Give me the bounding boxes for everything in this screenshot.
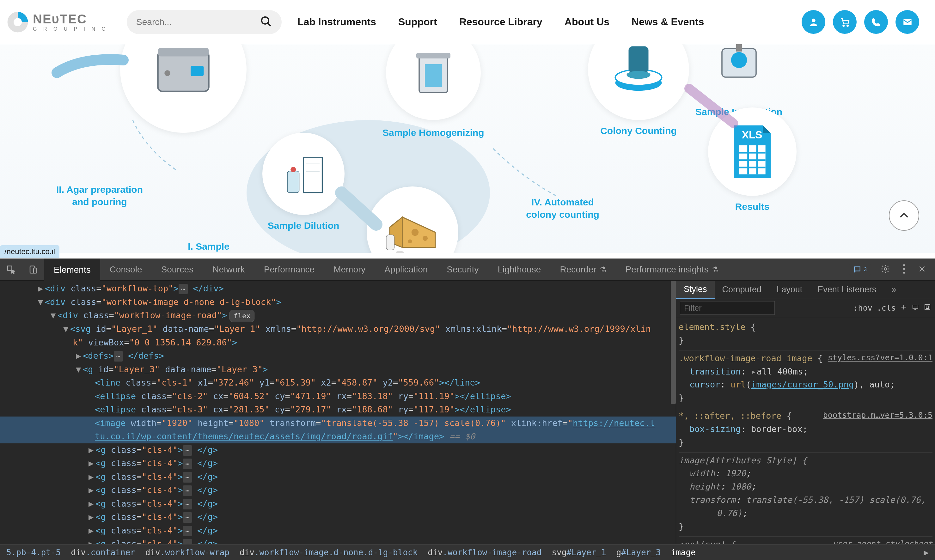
email-button[interactable] [895,10,919,34]
svg-point-43 [903,264,905,266]
more-button[interactable] [900,262,908,277]
box-icon [924,303,931,311]
tab-network[interactable]: Network [203,258,254,281]
tab-recorder[interactable]: Recorder ⚗ [550,258,616,281]
devtools-body: ▶<div class="workflow-top">⋯ </div> ▼<di… [0,281,935,544]
crumb-scroll-right[interactable]: ▶ [924,548,929,557]
side-tab-event-listeners[interactable]: Event Listeners [810,281,884,299]
new-rule-button[interactable] [900,303,907,312]
svg-point-5 [843,25,844,26]
mail-icon [902,17,913,28]
device-icon [28,265,38,274]
crumb[interactable]: div.container [71,548,135,557]
search-wrap [127,10,281,34]
svg-point-42 [884,268,887,270]
status-url-tooltip: /neutec.ltu.co.il [0,245,59,258]
inspect-element-button[interactable] [0,265,22,274]
source-link[interactable]: styles.css?ver=1.0.0:1 [828,352,932,364]
tab-application[interactable]: Application [375,258,437,281]
styles-tabs: Styles Computed Layout Event Listeners » [676,281,935,299]
settings-button[interactable] [878,262,893,277]
flask-icon: ⚗ [600,265,607,274]
gear-icon [881,264,890,274]
selected-dom-node[interactable]: <image width="1920" height="1080" transf… [0,417,676,430]
issues-badge[interactable]: 3 [849,263,870,275]
crumb[interactable]: 5.pb-4.pt-5 [6,548,61,557]
ua-stylesheet-label: user agent stylesheet [833,538,932,544]
source-link[interactable]: bootstrap.m…ver=5.3.0:5 [823,409,932,422]
inspect-icon [6,265,16,274]
close-icon [918,265,926,273]
logo-name: NEυTEC [33,12,108,25]
cart-icon [840,17,850,28]
device-button[interactable] [912,303,919,313]
svg-rect-53 [926,306,929,308]
workflow-diagram: II. Agar preparation and pouring I. Samp… [0,44,935,253]
tab-elements[interactable]: Elements [44,258,100,281]
crumb[interactable]: div.workflow-image-road [428,548,541,557]
hov-toggle[interactable]: :hov [853,303,872,312]
device-toggle-button[interactable] [22,265,44,274]
crumb[interactable]: div.workflow-image.d-none.d-lg-block [240,548,418,557]
computed-icon [912,303,919,311]
connectors [0,44,935,253]
svg-point-2 [262,17,269,24]
cart-button[interactable] [833,10,857,34]
tab-security[interactable]: Security [437,258,488,281]
flex-badge[interactable]: flex [229,310,254,322]
cls-toggle[interactable]: .cls [877,303,896,312]
main-nav: Lab Instruments Support Resource Library… [297,16,704,28]
flask-icon: ⚗ [712,265,719,274]
styles-filter-row: :hov .cls [676,299,935,317]
tab-sources[interactable]: Sources [151,258,203,281]
side-tab-styles[interactable]: Styles [676,281,715,299]
plus-icon [900,304,907,311]
scroll-top-button[interactable] [889,200,919,231]
search-icon [260,15,272,28]
phone-icon [871,17,881,27]
breadcrumb[interactable]: 5.pb-4.pt-5 div.container div.workflow-w… [0,544,935,560]
nav-support[interactable]: Support [398,16,437,28]
svg-point-45 [903,272,905,274]
kebab-icon [903,264,905,274]
box-button[interactable] [924,303,931,313]
styles-rules[interactable]: element.style { } styles.css?ver=1.0.0:1… [676,317,935,544]
svg-rect-50 [913,305,918,309]
search-input[interactable] [136,17,260,27]
tab-performance[interactable]: Performance [254,258,324,281]
svg-rect-41 [34,268,37,273]
side-tab-more[interactable]: » [884,281,904,299]
nav-about-us[interactable]: About Us [564,16,609,28]
search-button[interactable] [260,15,272,28]
side-tab-computed[interactable]: Computed [715,281,769,299]
logo-sub: G R O U P I N C [33,26,108,32]
site-header: NEυTEC G R O U P I N C Lab Instruments S… [0,0,935,44]
svg-point-1 [14,18,22,26]
tab-console[interactable]: Console [100,258,152,281]
phone-button[interactable] [864,10,888,34]
styles-filter-input[interactable] [680,301,775,315]
chat-icon [853,265,861,274]
tab-lighthouse[interactable]: Lighthouse [488,258,550,281]
user-icon [808,17,819,28]
crumb[interactable]: svg#Layer_1 [552,548,606,557]
nav-resource-library[interactable]: Resource Library [459,16,543,28]
elements-panel[interactable]: ▶<div class="workflow-top">⋯ </div> ▼<di… [0,281,676,544]
elements-scrollbar[interactable] [671,281,676,404]
close-devtools-button[interactable] [915,262,929,277]
account-button[interactable] [801,10,825,34]
tab-perf-insights[interactable]: Performance insights ⚗ [616,258,728,281]
svg-point-44 [903,268,905,270]
tab-memory[interactable]: Memory [324,258,375,281]
svg-rect-52 [925,305,930,310]
logo[interactable]: NEυTEC G R O U P I N C [6,11,108,34]
styles-panel: Styles Computed Layout Event Listeners »… [676,281,935,544]
crumb-selected[interactable]: image [671,548,696,557]
chevron-up-icon [898,209,910,222]
header-icons [801,10,919,34]
side-tab-layout[interactable]: Layout [769,281,810,299]
nav-news-events[interactable]: News & Events [632,16,704,28]
crumb[interactable]: g#Layer_3 [617,548,661,557]
crumb[interactable]: div.workflow-wrap [145,548,229,557]
nav-lab-instruments[interactable]: Lab Instruments [297,16,376,28]
